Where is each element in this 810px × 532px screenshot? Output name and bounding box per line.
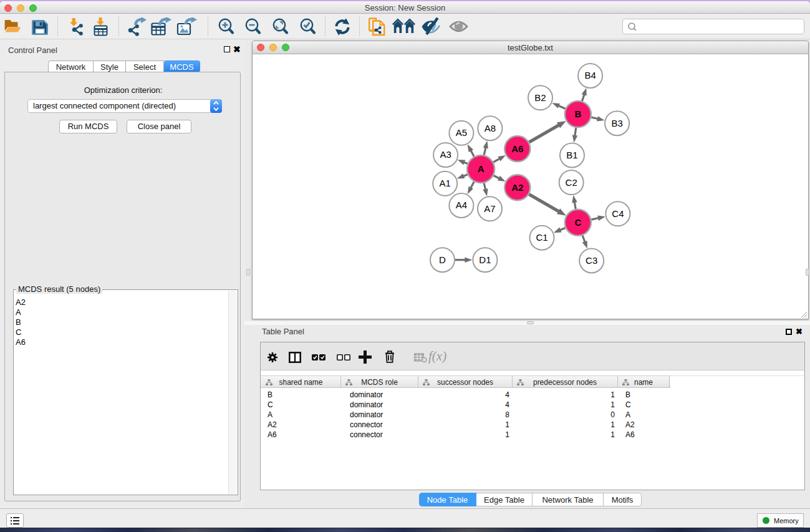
svg-text:B2: B2 — [534, 92, 546, 103]
svg-text:A1: A1 — [440, 178, 451, 188]
svg-text:B3: B3 — [611, 118, 622, 128]
svg-text:A8: A8 — [485, 123, 496, 133]
svg-text:C4: C4 — [612, 208, 624, 219]
svg-text:C3: C3 — [586, 255, 597, 266]
svg-text:A4: A4 — [456, 200, 467, 210]
svg-text:A7: A7 — [484, 203, 495, 214]
svg-text:C1: C1 — [536, 232, 547, 243]
svg-text:A2: A2 — [511, 182, 523, 193]
svg-text:D: D — [439, 254, 446, 265]
svg-text:B: B — [574, 109, 581, 119]
svg-text:A3: A3 — [440, 149, 451, 160]
svg-text:B1: B1 — [566, 150, 577, 160]
svg-text:D1: D1 — [479, 254, 491, 265]
svg-text:C2: C2 — [566, 177, 577, 188]
svg-text:A5: A5 — [456, 127, 467, 138]
svg-text:B4: B4 — [584, 70, 595, 80]
svg-text:A: A — [478, 163, 485, 174]
svg-text:A6: A6 — [511, 143, 523, 154]
svg-text:C: C — [574, 217, 581, 228]
